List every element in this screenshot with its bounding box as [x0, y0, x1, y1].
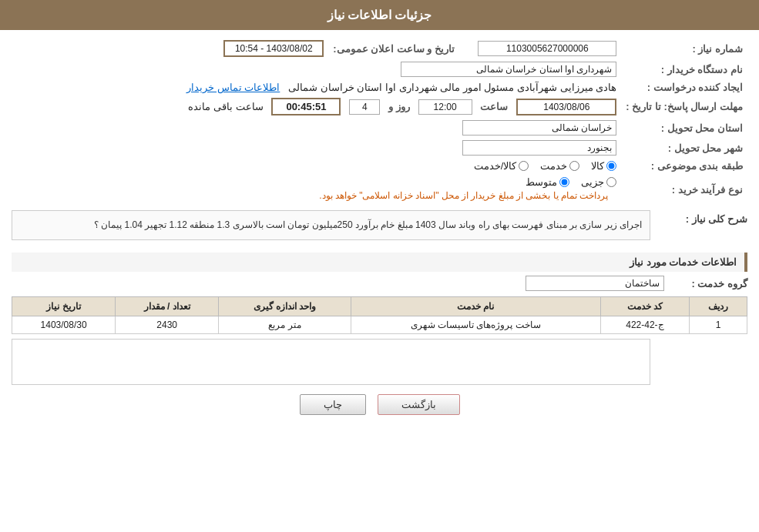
cell-tedad: 2430	[116, 316, 219, 333]
saat-input: 12:00	[418, 99, 472, 115]
radio-kala-khadmat[interactable]: کالا/خدمت	[474, 160, 529, 172]
tarikh-value: 1403/08/02 - 10:54	[12, 38, 328, 59]
shahr-row: شهر محل تحویل : بجنورد	[12, 138, 747, 158]
cell-tarikh: 1403/08/30	[12, 316, 116, 333]
page-title: جزئیات اطلاعات نیاز	[327, 8, 432, 22]
shomara-row: شماره نیاز : 1103005627000006 تاریخ و سا…	[12, 38, 747, 59]
tarikh-box: 1403/08/02 - 10:54	[223, 40, 324, 57]
sharh-row: شرح کلی نیاز : اجرای زیر سازی بر مبنای ف…	[12, 210, 747, 246]
mohlat-date-box: 1403/08/06	[516, 99, 616, 115]
tarikh-label: تاریخ و ساعت اعلان عمومی:	[328, 38, 467, 59]
cell-vahed: متر مربع	[219, 316, 351, 333]
print-button[interactable]: چاپ	[300, 394, 366, 415]
service-table: ردیف کد خدمت نام خدمت واحد اندازه گیری ت…	[12, 296, 747, 334]
col-name: نام خدمت	[351, 296, 600, 316]
service-table-body: 1ج-42-422ساخت پروژه‌های تاسیسات شهریمتر …	[12, 316, 747, 333]
shomara-input: 1103005627000006	[478, 41, 616, 56]
cell-name: ساخت پروژه‌های تاسیسات شهری	[351, 316, 600, 333]
radio-khadmat[interactable]: خدمت	[540, 160, 579, 172]
ostan-row: استان محل تحویل : خراسان شمالی	[12, 118, 747, 138]
main-info-table: شماره نیاز : 1103005627000006 تاریخ و سا…	[12, 38, 747, 206]
tabaqe-row: طبقه بندی موضوعی : کالا خدمت کالا/خدمت	[12, 158, 747, 174]
content-area: شماره نیاز : 1103005627000006 تاریخ و سا…	[0, 30, 759, 430]
dastgah-row: نام دستگاه خریدار : شهرداری اوا استان خر…	[12, 59, 747, 79]
radio-kala[interactable]: کالا	[591, 160, 616, 172]
roz-input: 4	[349, 99, 380, 115]
cell-kod: ج-42-422	[600, 316, 690, 333]
farayand-note: پرداخت تمام یا بخشی از مبلغ خریدار از مح…	[319, 190, 608, 201]
mohlat-value: 1403/08/06 ساعت 12:00 روز و 4 00:45:51 س…	[12, 95, 621, 118]
baqi-box: 00:45:51	[271, 98, 341, 115]
sharh-value: اجرای زیر سازی بر مبنای فهرست بهای راه و…	[12, 210, 650, 246]
shahr-value: بجنورد	[12, 138, 621, 158]
idad-label: ایجاد کننده درخواست :	[621, 79, 747, 95]
col-radif: ردیف	[690, 296, 747, 316]
shomara-label: شماره نیاز :	[621, 38, 747, 59]
back-button[interactable]: بازگشت	[378, 394, 460, 415]
sharh-label: شرح کلی نیاز :	[655, 210, 747, 227]
mohlat-label: مهلت ارسال پاسخ: تا تاریخ :	[621, 95, 747, 118]
tosih-label	[655, 339, 747, 344]
mohlat-row: مهلت ارسال پاسخ: تا تاریخ : 1403/08/06 س…	[12, 95, 747, 118]
service-header-row: ردیف کد خدمت نام خدمت واحد اندازه گیری ت…	[12, 296, 747, 316]
dastgah-value: شهرداری اوا استان خراسان شمالی	[12, 59, 621, 79]
col-tarikh: تاریخ نیاز	[12, 296, 116, 316]
radio-jozii[interactable]: جزیی	[581, 176, 616, 188]
table-row: 1ج-42-422ساخت پروژه‌های تاسیسات شهریمتر …	[12, 316, 747, 333]
goroh-input: ساختمان	[526, 276, 664, 291]
radio-motovaset-input[interactable]	[559, 177, 569, 187]
sharh-box: اجرای زیر سازی بر مبنای فهرست بهای راه و…	[12, 210, 650, 239]
cell-radif: 1	[690, 316, 747, 333]
col-vahed: واحد اندازه گیری	[219, 296, 351, 316]
tosih-box	[12, 339, 650, 385]
tabaqe-radio-group: کالا خدمت کالا/خدمت	[16, 160, 616, 172]
ostan-label: استان محل تحویل :	[621, 118, 747, 138]
farayand-row: نوع فرآیند خرید : جزیی متوسط پرداخت تمام…	[12, 174, 747, 206]
radio-khadmat-input[interactable]	[569, 161, 579, 171]
baqi-label: ساعت باقی مانده	[188, 101, 263, 112]
tabaqe-value: کالا خدمت کالا/خدمت	[12, 158, 621, 174]
goroh-row: گروه خدمت : ساختمان	[12, 276, 747, 292]
service-table-head: ردیف کد خدمت نام خدمت واحد اندازه گیری ت…	[12, 296, 747, 316]
page-container: جزئیات اطلاعات نیاز شماره نیاز : 1103005…	[0, 0, 759, 532]
tabaqe-label: طبقه بندی موضوعی :	[621, 158, 747, 174]
goroh-label: گروه خدمت :	[670, 276, 747, 292]
idad-link[interactable]: اطلاعات تماس خریدار	[186, 82, 280, 93]
shahr-label: شهر محل تحویل :	[621, 138, 747, 158]
col-tedad: تعداد / مقدار	[116, 296, 219, 316]
dastgah-input: شهرداری اوا استان خراسان شمالی	[401, 62, 616, 77]
col-kod: کد خدمت	[600, 296, 690, 316]
shomara-value: 1103005627000006	[467, 38, 621, 59]
radio-motovaset[interactable]: متوسط	[526, 176, 569, 188]
idad-row: ایجاد کننده درخواست : هادی میرزایی شهرآب…	[12, 79, 747, 95]
ostan-value: خراسان شمالی	[12, 118, 621, 138]
tosih-value	[12, 339, 650, 385]
shahr-input: بجنورد	[462, 140, 616, 156]
dastgah-label: نام دستگاه خریدار :	[621, 59, 747, 79]
farayand-value: جزیی متوسط پرداخت تمام یا بخشی از مبلغ خ…	[12, 174, 621, 206]
ostan-input: خراسان شمالی	[462, 120, 616, 136]
roz-label: روز و	[388, 101, 410, 112]
radio-kala-input[interactable]	[606, 161, 616, 171]
radio-kala-khadmat-input[interactable]	[519, 161, 529, 171]
button-row: بازگشت چاپ	[12, 394, 747, 415]
idad-value: هادی میرزایی شهرآبادی مسئول امور مالی شه…	[12, 79, 621, 95]
radio-jozii-input[interactable]	[606, 177, 616, 187]
khadamat-title: اطلاعات خدمات مورد نیاز	[12, 253, 747, 272]
tosih-row	[12, 339, 747, 385]
saat-label: ساعت	[480, 101, 508, 112]
farayand-label: نوع فرآیند خرید :	[621, 174, 747, 206]
page-header: جزئیات اطلاعات نیاز	[0, 0, 759, 30]
farayand-radio-group: جزیی متوسط	[16, 176, 616, 188]
idad-text: هادی میرزایی شهرآبادی مسئول امور مالی شه…	[288, 82, 616, 93]
